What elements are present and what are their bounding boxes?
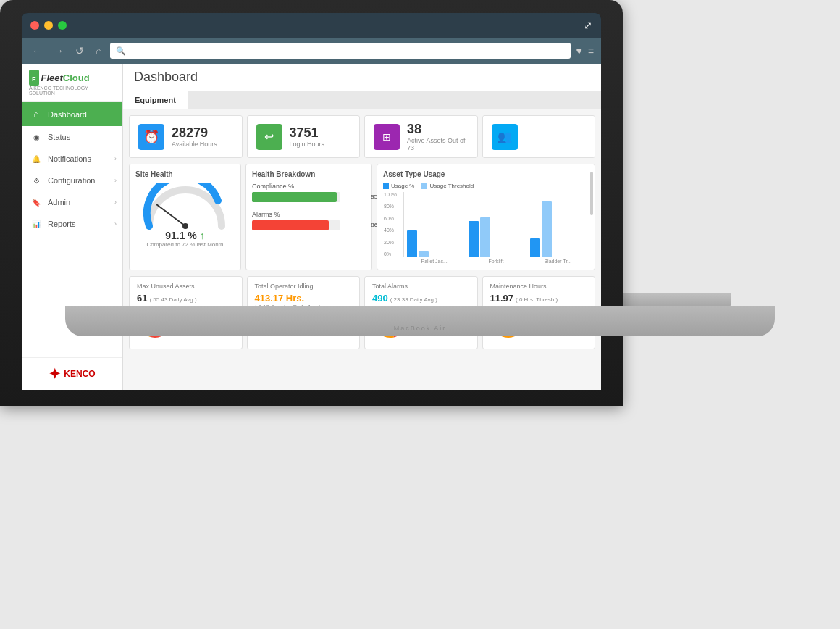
assets-icon: ⊞ [374, 124, 400, 150]
y-label-40: 40% [384, 228, 397, 233]
legend-usage: Usage % [383, 183, 414, 189]
total-alarms-sub: ( 23.33 Daily Avg.) [390, 296, 437, 303]
maintenance-title: Maintenance Hours [490, 283, 588, 290]
maximize-button[interactable] [58, 21, 67, 30]
compliance-section: Compliance % 95.5% [252, 183, 366, 202]
dashboard-icon: ⌂ [30, 109, 42, 120]
legend-usage-dot [383, 183, 389, 189]
login-hours-value: 3751 [290, 125, 325, 141]
alarms-bar-container [252, 220, 340, 230]
laptop-base: MacBook Air [65, 306, 775, 336]
legend-threshold-dot [421, 183, 427, 189]
svg-line-0 [156, 204, 185, 226]
title-bar: ⤢ [22, 13, 601, 38]
app-content: F FleetCloud A KENCO TECHNOLOGY SOLUTION… [22, 64, 601, 390]
scrollbar[interactable] [590, 172, 593, 215]
compliance-label: Compliance % [252, 183, 366, 190]
site-health-title: Site Health [135, 170, 235, 178]
forward-button[interactable]: → [51, 43, 67, 58]
config-icon: ⚙ [30, 177, 42, 185]
active-assets-label: Active Assets Out of 73 [407, 137, 469, 151]
favorite-icon[interactable]: ♥ [576, 45, 582, 57]
compliance-bar-container [252, 192, 340, 202]
stat-card-active-assets: ⊞ 38 Active Assets Out of 73 [364, 115, 478, 158]
site-health-card: Site Health [129, 164, 241, 270]
total-idling-value: 413.17 Hrs. [255, 293, 353, 304]
home-button[interactable]: ⌂ [93, 43, 104, 58]
sidebar-item-reports[interactable]: 📊 Reports › [22, 213, 122, 235]
expand-icon[interactable]: ⤢ [584, 20, 592, 31]
sidebar-item-label: Admin [48, 198, 70, 207]
logo-area: F FleetCloud A KENCO TECHNOLOGY SOLUTION [22, 64, 122, 102]
tab-bar: Equipment [123, 91, 601, 109]
x-labels: Pallet Jac... Forklift Bladder Tr... [383, 259, 589, 264]
refresh-button[interactable]: ↺ [72, 43, 87, 58]
tab-equipment[interactable]: Equipment [123, 91, 188, 109]
available-hours-label: Available Hours [172, 141, 217, 148]
address-bar[interactable]: 🔍 [110, 43, 570, 59]
menu-icon[interactable]: ≡ [588, 45, 594, 57]
active-assets-value: 38 [407, 122, 469, 137]
max-unused-value: 61 [137, 293, 147, 304]
y-label-0: 0% [384, 251, 397, 257]
svg-point-1 [182, 223, 188, 229]
gauge-comparison: Compared to 72 % last Month [147, 241, 224, 248]
chevron-right-icon: › [114, 220, 117, 228]
sidebar-item-label: Notifications [48, 154, 91, 163]
login-hours-label: Login Hours [290, 141, 325, 148]
alarms-section: Alarms % 86.9% [252, 211, 366, 230]
sidebar-item-status[interactable]: ◉ Status [22, 126, 122, 148]
sidebar-item-label: Status [48, 133, 70, 141]
compliance-bar [252, 192, 337, 202]
gauge-container: 91.1 % ↑ Compared to 72 % last Month [135, 183, 235, 248]
health-breakdown-card: Health Breakdown Compliance % 95.5% [245, 164, 372, 270]
reports-icon: 📊 [30, 220, 42, 228]
clock-icon: ⏰ [138, 124, 164, 150]
bar-group-forklift [469, 217, 524, 257]
maintenance-sub: ( 0 Hrs. Thresh.) [516, 296, 558, 303]
sidebar-item-admin[interactable]: 🔖 Admin › [22, 191, 122, 213]
y-label-20: 20% [384, 240, 397, 245]
y-label-80: 80% [384, 204, 397, 209]
sidebar-item-dashboard[interactable]: ⌂ Dashboard [22, 102, 122, 126]
sidebar-item-label: Dashboard [48, 110, 87, 119]
sidebar-item-label: Reports [48, 220, 76, 228]
close-button[interactable] [30, 21, 39, 30]
gauge-svg [142, 183, 229, 230]
charts-row: Site Health [129, 164, 595, 270]
max-unused-sub: ( 55.43 Daily Avg.) [149, 296, 196, 303]
logo-fleet: FleetCloud [41, 72, 90, 83]
alarms-label: Alarms % [252, 211, 366, 218]
total-alarms-value: 490 [372, 293, 388, 304]
kenco-star-icon: ✦ [49, 365, 61, 383]
stats-row: ⏰ 28279 Available Hours ↩ 3751 [129, 115, 595, 158]
trend-icon: ↑ [200, 230, 205, 241]
bar-bladder-threshold [542, 201, 552, 257]
chevron-right-icon: › [114, 155, 117, 162]
y-label-60: 60% [384, 216, 397, 221]
kenco-label: KENCO [64, 369, 95, 379]
max-unused-title: Max Unused Assets [137, 283, 235, 290]
total-idling-title: Total Operator Idling [255, 283, 353, 290]
sidebar-item-label: Configuration [48, 176, 95, 185]
stat-card-login-hours: ↩ 3751 Login Hours [247, 115, 361, 158]
login-icon: ↩ [256, 124, 282, 150]
logo-sub: A KENCO TECHNOLOGY SOLUTION [29, 86, 115, 96]
sidebar-item-configuration[interactable]: ⚙ Configuration › [22, 170, 122, 191]
dashboard-content: ⏰ 28279 Available Hours ↩ 3751 [123, 109, 601, 390]
maintenance-value: 11.97 [490, 293, 514, 304]
chevron-right-icon: › [114, 199, 117, 206]
gauge-value: 91.1 % [165, 230, 197, 241]
x-label-pallet: Pallet Jac... [403, 259, 465, 264]
alarms-bar [252, 220, 329, 230]
admin-icon: 🔖 [30, 199, 42, 207]
legend-threshold-label: Usage Threshold [429, 183, 474, 189]
back-button[interactable]: ← [29, 43, 45, 58]
bar-forklift-usage [469, 221, 479, 257]
status-icon: ◉ [30, 133, 42, 141]
macbook-label: MacBook Air [394, 325, 447, 332]
sidebar-item-notifications[interactable]: 🔔 Notifications › [22, 148, 122, 170]
available-hours-value: 28279 [172, 125, 217, 141]
minimize-button[interactable] [44, 21, 53, 30]
x-label-forklift: Forklift [465, 259, 526, 264]
